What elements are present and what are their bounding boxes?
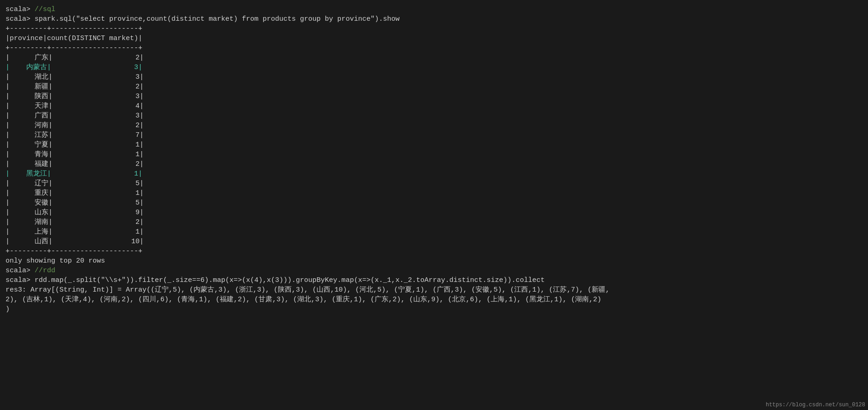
terminal-line-16: | 青海| 1| bbox=[6, 150, 862, 159]
terminal-line-35: ) bbox=[6, 305, 862, 314]
terminal-line-11: | 天津| 4| bbox=[6, 101, 862, 111]
terminal-line-24: | 上海| 1| bbox=[6, 227, 862, 237]
terminal-line-23: | 湖南| 2| bbox=[6, 217, 862, 227]
terminal-line-5: +---------+---------------------+ bbox=[6, 43, 862, 53]
terminal-line-13: | 河南| 2| bbox=[6, 121, 862, 130]
terminal-line-6: | 广东| 2| bbox=[6, 53, 862, 63]
terminal-line-17: | 福建| 2| bbox=[6, 159, 862, 169]
terminal-line-18: | 黑龙江| 1| bbox=[6, 169, 862, 179]
terminal-line-26: +---------+---------------------+ bbox=[6, 246, 862, 256]
terminal-line-9: | 新疆| 2| bbox=[6, 82, 862, 92]
terminal-line-33: res3: Array[(String, Int)] = Array((辽宁,5… bbox=[6, 285, 862, 295]
terminal-line-3: +---------+---------------------+ bbox=[6, 24, 862, 34]
terminal-line-32: scala> rdd.map(_.split("\\s+")).filter(_… bbox=[6, 275, 862, 285]
terminal-line-22: | 山东| 9| bbox=[6, 208, 862, 217]
url-bar: https://blog.csdn.net/sun_0128 bbox=[763, 400, 868, 410]
terminal-line-34: 2), (吉林,1), (天津,4), (河南,2), (四川,6), (青海,… bbox=[6, 295, 862, 305]
terminal-line-2: scala> spark.sql("select province,count(… bbox=[6, 14, 862, 24]
terminal-line-21: | 安徽| 5| bbox=[6, 198, 862, 208]
terminal-line-27: only showing top 20 rows bbox=[6, 256, 862, 266]
terminal-line-0: scala> //sql bbox=[6, 5, 862, 14]
terminal-line-19: | 辽宁| 5| bbox=[6, 179, 862, 188]
terminal-line-15: | 宁夏| 1| bbox=[6, 140, 862, 150]
terminal-line-4: |province|count(DISTINCT market)| bbox=[6, 34, 862, 43]
terminal-line-25: | 山西| 10| bbox=[6, 237, 862, 246]
terminal-line-12: | 广西| 3| bbox=[6, 111, 862, 121]
terminal: scala> //sqlscala> spark.sql("select pro… bbox=[6, 5, 862, 314]
terminal-line-8: | 湖北| 3| bbox=[6, 72, 862, 82]
terminal-line-7: | 内蒙古| 3| bbox=[6, 63, 862, 72]
terminal-line-14: | 江苏| 7| bbox=[6, 130, 862, 140]
terminal-line-10: | 陕西| 3| bbox=[6, 92, 862, 101]
terminal-line-30: scala> //rdd bbox=[6, 266, 862, 275]
terminal-line-20: | 重庆| 1| bbox=[6, 188, 862, 198]
